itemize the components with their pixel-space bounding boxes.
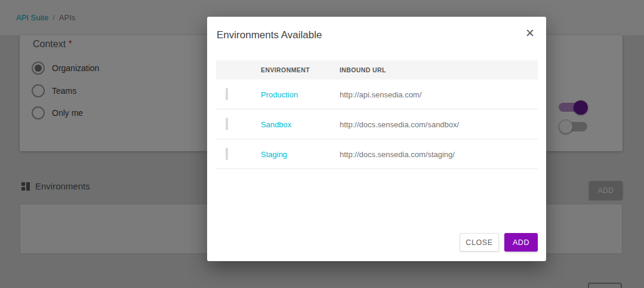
page: API Suite / APIs Context * Organization …: [0, 0, 644, 288]
inbound-url: http://docs.sensedia.com/sandbox/: [340, 120, 459, 129]
row-checkbox[interactable]: [226, 148, 228, 160]
inbound-url: http://api.sensedia.com/: [340, 90, 421, 99]
dialog-title: Environments Available: [217, 29, 322, 41]
inbound-url: http://docs.sensedia.com/staging/: [340, 150, 455, 159]
row-checkbox[interactable]: [226, 88, 228, 100]
add-button[interactable]: ADD: [504, 233, 538, 252]
row-checkbox[interactable]: [226, 118, 228, 130]
close-button[interactable]: CLOSE: [460, 233, 499, 252]
table-row-sandbox: Sandbox http://docs.sensedia.com/sandbox…: [216, 109, 538, 139]
table-row-production: Production http://api.sensedia.com/: [216, 79, 538, 109]
inbound-url-column-header: INBOUND URL: [340, 66, 538, 73]
environments-table: ENVIRONMENT INBOUND URL Production http:…: [216, 60, 538, 169]
environments-available-dialog: Environments Available ✕ ENVIRONMENT INB…: [207, 17, 546, 261]
environment-link[interactable]: Staging: [261, 150, 287, 159]
environment-link[interactable]: Sandbox: [261, 120, 291, 129]
table-header-row: ENVIRONMENT INBOUND URL: [216, 60, 538, 79]
table-row-staging: Staging http://docs.sensedia.com/staging…: [216, 139, 538, 169]
close-icon[interactable]: ✕: [522, 24, 538, 41]
environment-link[interactable]: Production: [261, 90, 298, 99]
environment-column-header: ENVIRONMENT: [261, 66, 340, 73]
dialog-footer: CLOSE ADD: [460, 233, 538, 252]
